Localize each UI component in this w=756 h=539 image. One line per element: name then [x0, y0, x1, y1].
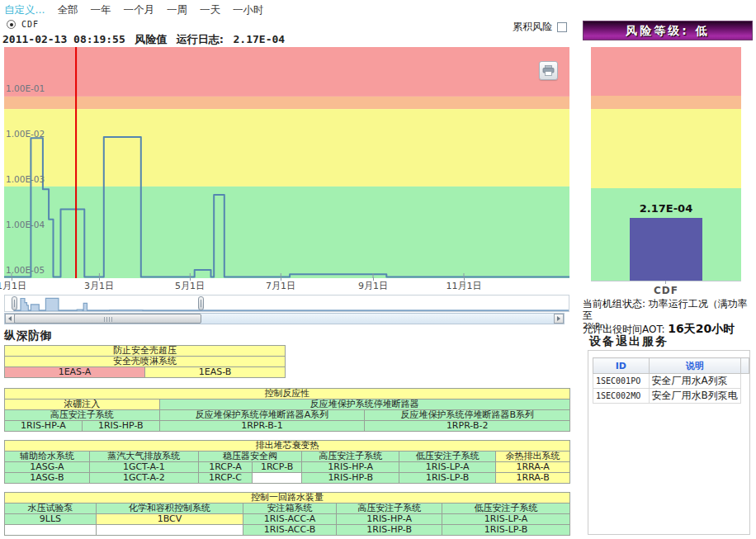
risk-trend-svg: 1.00E-011.00E-021.00E-031.00E-041.00E-05	[4, 47, 569, 278]
range-navigator[interactable]	[4, 295, 569, 312]
print-icon	[542, 65, 555, 76]
equipment-col-header-spare	[740, 358, 749, 374]
defense-in-depth-title: 纵深防御	[4, 329, 52, 343]
equipment-row[interactable]: 1SEC002MO安全厂用水B列泵电	[593, 389, 749, 404]
defense-table-row: 1ASG-B1GCT-A-21RCP-C1RIS-HP-B1RIS-LP-B1R…	[5, 473, 570, 484]
defense-cell: 安注箱系统	[243, 504, 337, 514]
risk-level-banner: 风险等级: 低	[583, 21, 753, 40]
equipment-spare-cell	[740, 389, 749, 404]
bar-x-label: CDF	[591, 285, 741, 296]
equipment-row[interactable]: 1SEC001PO安全厂用水A列泵	[593, 374, 749, 389]
scrollbar-thumb[interactable]	[14, 314, 201, 324]
defense-table-row: 控制反应性	[5, 389, 570, 400]
defense-cell: 余热排出系统	[496, 452, 570, 462]
defense-cell: 1ASG-B	[5, 473, 90, 484]
navigator-area	[14, 298, 569, 311]
defense-table-row: 安全壳喷淋系统	[5, 357, 286, 367]
title-risk-label: 风险值	[135, 33, 167, 45]
title-datetime: 2011-02-13 08:19:55	[2, 33, 125, 45]
defense-cell: 高压安注子系统	[302, 452, 399, 462]
cdf-radio[interactable]	[7, 20, 16, 29]
defense-table-reactivity-control: 控制反应性浓硼注入反应堆保护系统停堆断路器高压安注子系统反应堆保护系统停堆断路器…	[4, 388, 570, 432]
defense-cell: 1RIS-HP-A	[337, 514, 442, 525]
defense-cell: 1RCP-B	[253, 462, 302, 473]
defense-table-row: 1EAS-A1EAS-B	[5, 367, 286, 378]
defense-cell: 1ASG-A	[5, 462, 90, 473]
defense-cell: 辅助给水系统	[5, 452, 90, 462]
current-risk-bar-chart: 2.17E-04	[591, 47, 741, 281]
risk-monitor-app: 自定义... 全部一年一个月一周一天一小时 CDF 累积风险 2011-02-1…	[0, 0, 756, 539]
cumulative-risk-checkbox[interactable]	[557, 22, 567, 32]
tab-range-5[interactable]: 一小时	[233, 3, 264, 17]
tab-range-2[interactable]: 一个月	[123, 3, 154, 17]
tab-range-0[interactable]: 全部	[57, 3, 78, 17]
custom-range-link[interactable]: 自定义...	[4, 3, 45, 17]
defense-table-row: 高压安注子系统反应堆保护系统停堆断路器A系列反应堆保护系统停堆断路器B系列	[5, 410, 570, 421]
risk-band-yellow	[4, 109, 569, 187]
defense-cell: 浓硼注入	[5, 400, 160, 410]
defense-cell-empty	[5, 525, 97, 536]
defense-cell: 1RPR-B-1	[159, 421, 365, 432]
tab-range-4[interactable]: 一天	[200, 3, 220, 17]
equipment-desc: 安全厂用水A列泵	[649, 374, 740, 389]
defense-cell: 防止安全壳超压	[5, 346, 286, 357]
scrollbar-grip-icon	[104, 317, 112, 322]
equipment-out-of-service-title: 设备退出服务	[589, 334, 669, 349]
equipment-col-header-1: 说明	[649, 358, 740, 374]
y-tick-label: 1.00E-05	[6, 265, 45, 275]
title-log-label: 运行日志:	[177, 33, 224, 45]
cdf-bar	[630, 218, 702, 281]
defense-cell: 1RCP-A	[198, 462, 252, 473]
x-tick-label: 9月1日	[348, 280, 398, 292]
print-button[interactable]	[539, 61, 558, 80]
bar-axis-line	[591, 281, 741, 281]
title-risk-value: 2.17E-04	[234, 33, 286, 45]
risk-band-red	[4, 47, 569, 97]
equipment-desc: 安全厂用水B列泵电	[649, 389, 740, 404]
y-tick-label: 1.00E-02	[6, 129, 45, 139]
defense-cell: 控制一回路水装量	[5, 493, 570, 504]
defense-cell: 1RIS-LP-A	[399, 462, 496, 473]
page-title: 2011-02-13 08:19:55 风险值 运行日志: 2.17E-04	[2, 32, 291, 47]
defense-cell-empty	[96, 525, 243, 536]
defense-cell: 高压安注子系统	[337, 504, 442, 514]
aot-value: 16天20小时	[668, 322, 735, 335]
defense-table-row: 防止安全壳超压	[5, 346, 286, 357]
risk-band-orange	[4, 97, 569, 109]
defense-cell: 1RIS-ACC-A	[243, 514, 337, 525]
defense-cell: 1BCV	[96, 514, 243, 525]
tab-range-3[interactable]: 一周	[167, 3, 187, 17]
defense-table-primary-inventory-control: 控制一回路水装量水压试验泵化学和容积控制系统安注箱系统高压安注子系统低压安注子系…	[4, 492, 570, 536]
defense-table-row: 水压试验泵化学和容积控制系统安注箱系统高压安注子系统低压安注子系统	[5, 504, 570, 514]
defense-cell: 1RIS-LP-B	[399, 473, 496, 484]
defense-cell: 化学和容积控制系统	[96, 504, 243, 514]
bar-axis-tick	[665, 281, 666, 284]
defense-cell: 1EAS-B	[145, 367, 286, 378]
defense-cell: 1GCT-A-2	[89, 473, 198, 484]
scroll-right-arrow-icon[interactable]	[554, 314, 564, 324]
equipment-id: 1SEC001PO	[593, 374, 650, 389]
defense-cell: 1RIS-HP-A	[5, 421, 83, 432]
navigator-left-handle[interactable]	[12, 296, 17, 310]
defense-table-decay-heat-removal: 排出堆芯衰变热辅助给水系统蒸汽大气排放系统稳压器安全阀高压安注子系统低压安注子系…	[4, 440, 570, 484]
time-range-toolbar: 自定义... 全部一年一个月一周一天一小时	[4, 3, 263, 17]
defense-cell: 1EAS-A	[5, 367, 145, 378]
risk-band-green	[4, 187, 569, 278]
defense-cell: 1RIS-HP-B	[302, 473, 399, 484]
x-tick-label: 11月1日	[439, 280, 489, 292]
cumulative-risk-row: 累积风险	[513, 20, 567, 34]
y-tick-label: 1.00E-03	[6, 174, 45, 184]
defense-table-containment-overpressure: 防止安全壳超压安全壳喷淋系统1EAS-A1EAS-B	[4, 345, 286, 378]
defense-cell: 低压安注子系统	[442, 504, 570, 514]
aot-label: 允许出役时间AOT:	[583, 324, 665, 335]
defense-cell-empty	[253, 473, 302, 484]
equipment-table: ID说明 1SEC001PO安全厂用水A列泵1SEC002MO安全厂用水B列泵电	[593, 357, 749, 404]
x-axis-labels: 1月1日3月1日5月1日7月1日9月1日11月1日	[4, 279, 574, 292]
defense-cell: 稳压器安全阀	[198, 452, 301, 462]
defense-cell: 低压安注子系统	[399, 452, 496, 462]
tab-range-1[interactable]: 一年	[90, 3, 111, 17]
navigator-right-handle[interactable]	[198, 296, 204, 310]
defense-table-row: 辅助给水系统蒸汽大气排放系统稳压器安全阀高压安注子系统低压安注子系统余热排出系统	[5, 452, 570, 462]
horizontal-scrollbar[interactable]	[4, 313, 565, 324]
defense-cell: 1RRA-A	[496, 462, 570, 473]
